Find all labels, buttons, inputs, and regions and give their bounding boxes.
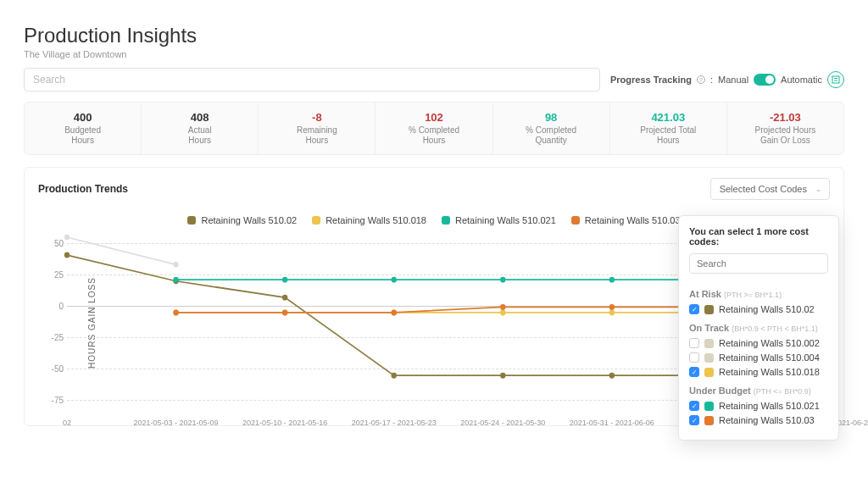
stat-value: 400 xyxy=(28,111,137,124)
svg-point-24 xyxy=(609,277,615,283)
popup-cost-code-row[interactable]: Retaining Walls 510.004 xyxy=(689,352,828,363)
x-tick: 2021-05-17 - 2021-05-23 xyxy=(352,419,437,427)
y-tick: -75 xyxy=(52,396,64,405)
legend-item[interactable]: Retaining Walls 510.021 xyxy=(442,215,556,225)
stat-label: Projected TotalHours xyxy=(614,125,723,146)
page-title: Production Insights xyxy=(24,24,844,47)
stat-label: BudgetedHours xyxy=(28,125,137,146)
settings-icon[interactable] xyxy=(827,71,844,88)
svg-point-7 xyxy=(282,295,287,301)
popup-item-label: Retaining Walls 510.018 xyxy=(719,367,820,377)
legend-swatch xyxy=(312,216,320,225)
trends-title: Production Trends xyxy=(38,183,128,195)
svg-point-4 xyxy=(174,262,179,268)
svg-point-20 xyxy=(173,277,178,283)
stat-value: 421.03 xyxy=(614,111,723,124)
stat-label: RemainingHours xyxy=(262,125,371,146)
y-tick: -50 xyxy=(52,363,64,373)
x-tick: 02 xyxy=(63,419,71,427)
popup-cost-code-row[interactable]: ✓Retaining Walls 510.02 xyxy=(689,304,828,314)
stat-label: ActualHours xyxy=(145,125,254,146)
svg-point-23 xyxy=(500,277,505,283)
x-tick: 2021-05-31 - 2021-06-06 xyxy=(570,419,654,427)
stat-label: % CompletedQuantity xyxy=(497,125,606,146)
legend-swatch xyxy=(442,216,450,225)
tracking-toggle[interactable] xyxy=(754,74,776,86)
stat-value: 98 xyxy=(497,111,606,124)
stat-card: -8RemainingHours xyxy=(259,103,376,154)
checkbox-icon[interactable]: ✓ xyxy=(689,304,699,314)
svg-point-27 xyxy=(173,309,178,315)
popup-item-label: Retaining Walls 510.03 xyxy=(719,415,815,425)
cost-codes-popup: You can select 1 more cost codes: At Ris… xyxy=(678,215,839,441)
checkbox-icon[interactable]: ✓ xyxy=(689,401,699,411)
stat-label: Projected HoursGain Or Loss xyxy=(731,125,840,146)
y-tick: -25 xyxy=(52,332,64,341)
popup-group-header: Under Budget (PTH <= BH*0.9) xyxy=(689,385,828,396)
search-input[interactable] xyxy=(24,68,600,92)
stat-card: 98% CompletedQuantity xyxy=(493,103,610,154)
popup-item-label: Retaining Walls 510.004 xyxy=(719,352,820,363)
help-icon[interactable]: ? xyxy=(697,75,705,84)
svg-point-9 xyxy=(500,373,505,379)
mode-manual: Manual xyxy=(718,75,748,85)
popup-item-label: Retaining Walls 510.021 xyxy=(719,401,820,411)
popup-cost-code-row[interactable]: ✓Retaining Walls 510.03 xyxy=(689,415,828,425)
checkbox-icon[interactable]: ✓ xyxy=(689,367,699,377)
x-tick: 2021-05-24 - 2021-05-30 xyxy=(460,419,545,427)
popup-cost-code-row[interactable]: ✓Retaining Walls 510.021 xyxy=(689,401,828,411)
chevron-down-icon: ⌄ xyxy=(815,185,822,193)
legend-item[interactable]: Retaining Walls 510.018 xyxy=(312,215,426,225)
svg-point-30 xyxy=(500,304,505,310)
x-tick: 2021-05-10 - 2021-05-16 xyxy=(242,419,327,427)
color-chip xyxy=(704,305,714,314)
stat-value: 408 xyxy=(145,111,254,124)
checkbox-icon[interactable]: ✓ xyxy=(689,415,699,425)
cost-codes-dropdown[interactable]: Selected Cost Codes ⌄ xyxy=(710,178,830,200)
y-tick: 25 xyxy=(54,269,64,279)
svg-point-22 xyxy=(392,277,397,283)
color-chip xyxy=(704,353,714,363)
stat-card: 408ActualHours xyxy=(142,103,259,154)
legend-item[interactable]: Retaining Walls 510.02 xyxy=(187,215,297,225)
svg-point-31 xyxy=(609,304,615,310)
color-chip xyxy=(704,416,714,425)
x-tick: 2021-05-03 - 2021-05-09 xyxy=(134,419,219,427)
popup-cost-code-row[interactable]: ✓Retaining Walls 510.018 xyxy=(689,367,828,377)
popup-search-input[interactable] xyxy=(689,253,828,274)
y-tick: 0 xyxy=(58,301,64,310)
popup-hint: You can select 1 more cost codes: xyxy=(689,226,828,247)
checkbox-icon[interactable] xyxy=(689,338,699,348)
stat-label: % CompletedHours xyxy=(379,125,488,146)
popup-item-label: Retaining Walls 510.002 xyxy=(719,338,820,348)
stat-value: -21.03 xyxy=(731,111,840,124)
mode-automatic: Automatic xyxy=(781,75,822,85)
svg-point-8 xyxy=(392,373,397,379)
stat-value: 102 xyxy=(379,111,488,124)
popup-cost-code-row[interactable]: Retaining Walls 510.002 xyxy=(689,338,828,348)
stat-card: -21.03Projected HoursGain Or Loss xyxy=(727,103,843,154)
legend-item[interactable]: Retaining Walls 510.03 xyxy=(571,215,681,225)
svg-point-3 xyxy=(64,235,70,241)
legend-swatch xyxy=(187,216,196,225)
svg-point-10 xyxy=(609,373,615,379)
popup-group-header: On Track (BH*0.9 < PTH < BH*1.1) xyxy=(689,323,828,333)
checkbox-icon[interactable] xyxy=(689,352,699,363)
svg-point-21 xyxy=(282,277,287,283)
svg-point-28 xyxy=(282,309,287,315)
stat-card: 400BudgetedHours xyxy=(25,103,142,154)
color-chip xyxy=(704,368,714,377)
svg-point-5 xyxy=(64,252,70,258)
legend-swatch xyxy=(571,216,580,225)
color-chip xyxy=(704,402,714,411)
stat-value: -8 xyxy=(262,111,371,124)
stat-card: 102% CompletedHours xyxy=(376,103,492,154)
popup-group-header: At Risk (PTH >= BH*1.1) xyxy=(689,289,828,299)
svg-point-16 xyxy=(500,309,505,315)
color-chip xyxy=(704,339,714,348)
stats-bar: 400BudgetedHours408ActualHours-8Remainin… xyxy=(24,102,844,155)
svg-rect-0 xyxy=(832,76,839,83)
svg-point-17 xyxy=(609,309,615,315)
page-subtitle: The Village at Downtown xyxy=(24,49,844,59)
y-tick: 50 xyxy=(54,238,64,247)
